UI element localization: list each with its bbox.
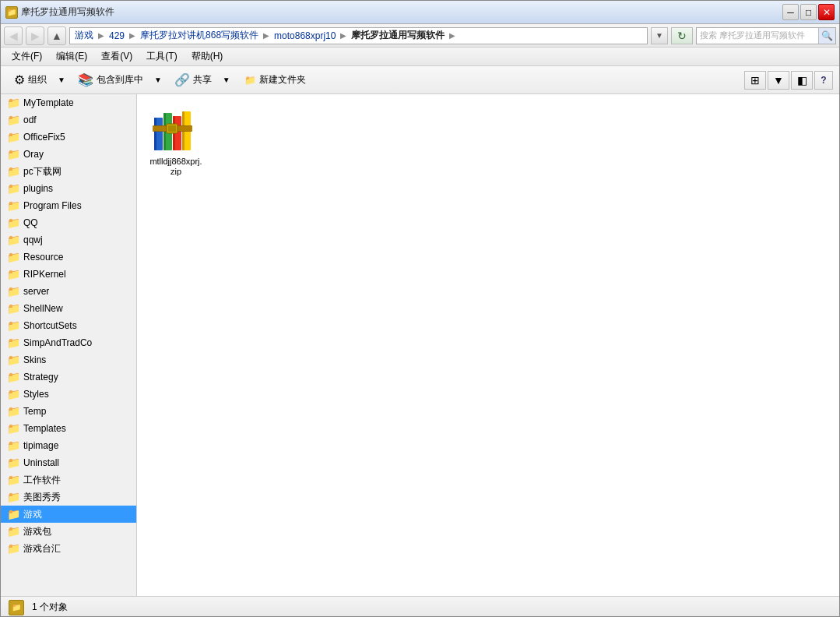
crumb-item[interactable]: 摩托罗拉对讲机868写频软件 (139, 29, 260, 42)
folder-icon: 📁 (7, 182, 20, 195)
content-area: mtlldjj868xprj.zip (137, 94, 839, 596)
share-arrow[interactable]: ▼ (219, 69, 234, 91)
sidebar-item-simpandtradco[interactable]: 📁 SimpAndTradCo (1, 334, 136, 351)
help-button[interactable]: ? (814, 71, 833, 90)
folder-icon: 📁 (7, 114, 20, 126)
sidebar-item-server[interactable]: 📁 server (1, 283, 136, 300)
minimize-button[interactable]: ─ (782, 4, 799, 20)
window-icon: 📁 (5, 6, 18, 19)
toolbar: ⚙ 组织 ▼ 📚 包含到库中 ▼ 🔗 共享 ▼ 📁 新建文件夹 ⊞ ▼ ◧ ? (1, 66, 839, 94)
folder-name: pc下载网 (23, 165, 62, 178)
folder-name: server (23, 286, 49, 297)
sidebar-item-worksoftware[interactable]: 📁 工作软件 (1, 471, 136, 488)
refresh-button[interactable]: ↻ (671, 27, 693, 44)
title-bar-left: 📁 摩托罗拉通用写频软件 (5, 5, 114, 19)
folder-name: OfficeFix5 (23, 132, 65, 143)
back-button[interactable]: ◀ (4, 26, 23, 45)
folder-icon: 📁 (7, 508, 20, 520)
sidebar-item-programfiles[interactable]: 📁 Program Files (1, 197, 136, 214)
folder-icon: 📁 (7, 405, 20, 418)
sidebar-item-plugins[interactable]: 📁 plugins (1, 180, 136, 197)
crumb-item[interactable]: moto868xprj10 (272, 30, 337, 41)
sidebar-item-shellnew[interactable]: 📁 ShellNew (1, 300, 136, 317)
forward-button[interactable]: ▶ (26, 26, 44, 45)
folder-icon: 📁 (7, 97, 20, 109)
folder-icon: 📁 (7, 474, 20, 486)
organize-arrow[interactable]: ▼ (54, 69, 69, 91)
include-label: 包含到库中 (97, 73, 143, 86)
sidebar-item-shortcutsets[interactable]: 📁 ShortcutSets (1, 317, 136, 334)
include-group: 📚 包含到库中 ▼ (71, 69, 166, 91)
folder-icon: 📁 (7, 491, 20, 503)
sidebar-item-officefix5[interactable]: 📁 OfficeFix5 (1, 129, 136, 146)
sidebar-item-pcdownload[interactable]: 📁 pc下载网 (1, 163, 136, 180)
crumb-separator: ▶ (129, 31, 135, 40)
include-arrow[interactable]: ▼ (150, 69, 166, 91)
library-icon: 📚 (78, 72, 93, 87)
main-area: 📁 MyTemplate 📁 odf 📁 OfficeFix5 📁 Oray 📁… (1, 94, 839, 596)
menu-bar: 文件(F) 编辑(E) 查看(V) 工具(T) 帮助(H) (1, 48, 839, 66)
sidebar-item-meituxiuxiu[interactable]: 📁 美图秀秀 (1, 488, 136, 506)
folder-icon: 📁 (7, 217, 20, 229)
view-dropdown-button[interactable]: ▼ (768, 71, 789, 90)
folder-name: Resource (23, 252, 63, 263)
sidebar-item-temp[interactable]: 📁 Temp (1, 403, 136, 420)
share-icon: 🔗 (174, 72, 190, 87)
svg-rect-11 (168, 125, 176, 132)
folder-name: 美图秀秀 (23, 491, 61, 504)
folder-name: Templates (23, 423, 66, 434)
crumb-separator: ▶ (340, 31, 346, 40)
sidebar-item-qq[interactable]: 📁 QQ (1, 214, 136, 231)
crumb-item-current[interactable]: 摩托罗拉通用写频软件 (350, 29, 446, 42)
preview-pane-button[interactable]: ◧ (791, 71, 813, 90)
svg-rect-1 (154, 118, 156, 150)
file-item-zip[interactable]: mtlldjj868xprj.zip (145, 102, 207, 180)
organize-button[interactable]: ⚙ 组织 (7, 69, 54, 91)
close-button[interactable]: ✕ (818, 4, 835, 20)
sidebar-item-templates[interactable]: 📁 Templates (1, 420, 136, 437)
new-folder-button[interactable]: 📁 新建文件夹 (236, 69, 315, 91)
sidebar-item-ripkernel[interactable]: 📁 RIPKernel (1, 266, 136, 283)
maximize-button[interactable]: □ (800, 4, 817, 20)
sidebar-item-games[interactable]: 📁 游戏 (1, 506, 136, 523)
menu-tools[interactable]: 工具(T) (140, 48, 183, 65)
include-button[interactable]: 📚 包含到库中 (71, 69, 150, 91)
menu-view[interactable]: 查看(V) (95, 48, 139, 65)
folder-icon: 📁 (7, 234, 20, 246)
sidebar-item-gametaihui[interactable]: 📁 游戏台汇 (1, 540, 136, 557)
folder-name: tipimage (23, 440, 58, 451)
sidebar-item-odf[interactable]: 📁 odf (1, 111, 136, 129)
share-button[interactable]: 🔗 共享 (167, 69, 219, 91)
crumb-separator: ▶ (98, 31, 104, 40)
sidebar-item-mytemplate[interactable]: 📁 MyTemplate (1, 94, 136, 111)
folder-icon: 📁 (7, 337, 20, 349)
folder-icon: 📁 (7, 251, 20, 263)
sidebar-item-uninstall[interactable]: 📁 Uninstall (1, 454, 136, 471)
search-button[interactable]: 🔍 (818, 28, 835, 44)
sidebar-item-resource[interactable]: 📁 Resource (1, 249, 136, 266)
folder-icon: 📁 (7, 319, 20, 332)
folder-name: MyTemplate (23, 97, 74, 108)
sidebar-item-gamepack[interactable]: 📁 游戏包 (1, 523, 136, 540)
sidebar-item-skins[interactable]: 📁 Skins (1, 351, 136, 368)
sidebar-item-oray[interactable]: 📁 Oray (1, 146, 136, 163)
folder-name: SimpAndTradCo (23, 337, 92, 348)
menu-file[interactable]: 文件(F) (5, 48, 48, 65)
crumb-item[interactable]: 429 (107, 30, 126, 41)
address-dropdown-button[interactable]: ▼ (651, 27, 668, 44)
sidebar-item-tipimage[interactable]: 📁 tipimage (1, 437, 136, 454)
menu-edit[interactable]: 编辑(E) (50, 48, 93, 65)
view-icons-button[interactable]: ⊞ (744, 71, 766, 90)
up-button[interactable]: ▲ (47, 26, 66, 45)
crumb-item[interactable]: 游戏 (73, 29, 95, 42)
folder-icon: 📁 (7, 525, 20, 538)
sidebar-item-styles[interactable]: 📁 Styles (1, 386, 136, 403)
folder-name: Program Files (23, 200, 82, 211)
folder-name: Oray (23, 149, 44, 160)
address-bar[interactable]: 游戏 ▶ 429 ▶ 摩托罗拉对讲机868写频软件 ▶ moto868xprj1… (69, 27, 648, 44)
sidebar-item-qqwj[interactable]: 📁 qqwj (1, 231, 136, 249)
navigation-bar: ◀ ▶ ▲ 游戏 ▶ 429 ▶ 摩托罗拉对讲机868写频软件 ▶ moto86… (1, 24, 839, 48)
sidebar-item-strategy[interactable]: 📁 Strategy (1, 368, 136, 386)
menu-help[interactable]: 帮助(H) (185, 48, 230, 65)
status-bar: 📁 1 个对象 (1, 596, 839, 617)
